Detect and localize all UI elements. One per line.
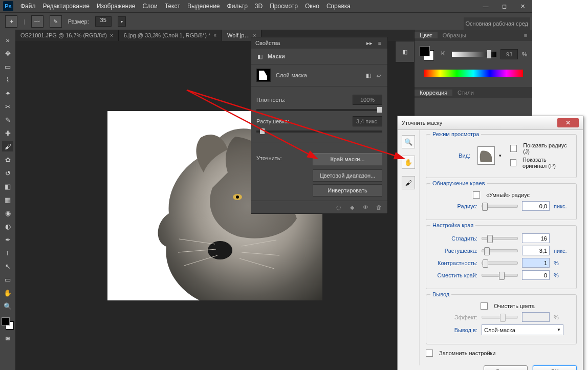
foreground-background-swatch[interactable]	[2, 317, 14, 330]
tab-color[interactable]: Цвет	[415, 32, 438, 38]
feather-slider[interactable]	[256, 130, 382, 133]
smooth-slider[interactable]	[482, 237, 518, 240]
size-dropdown-icon[interactable]: ▾	[118, 16, 126, 27]
close-icon[interactable]: ×	[213, 33, 216, 38]
menu-view[interactable]: Просмотр	[270, 3, 298, 10]
brush-tool-icon[interactable]: 🖌	[2, 141, 13, 151]
shift-input[interactable]	[522, 270, 550, 280]
window-close-icon[interactable]: ✕	[516, 2, 529, 10]
menu-text[interactable]: Текст	[165, 3, 180, 10]
path-tool-icon[interactable]: ↖	[2, 261, 13, 271]
shift-slider[interactable]	[482, 274, 518, 277]
invert-button[interactable]: Инвертировать	[313, 184, 382, 197]
zoom-tool-icon[interactable]: 🔍	[402, 135, 415, 148]
window-restore-icon[interactable]: ◻	[497, 2, 511, 10]
hand-tool-icon[interactable]: ✋	[402, 156, 415, 169]
feather-value[interactable]: 3,4 пикс.	[353, 116, 382, 126]
brush-preview-icon[interactable]: 〰	[31, 15, 43, 28]
mask-mode-icon[interactable]: ◧	[256, 53, 264, 60]
hand-tool-icon[interactable]: ✋	[2, 288, 13, 298]
healing-tool-icon[interactable]: ✚	[2, 128, 13, 138]
density-value[interactable]: 100%	[353, 95, 382, 105]
menu-edit[interactable]: Редактирование	[43, 3, 90, 10]
k-value[interactable]: 93	[500, 49, 518, 59]
dodge-tool-icon[interactable]: ◐	[2, 221, 13, 231]
load-selection-icon[interactable]: ◌	[335, 204, 342, 211]
output-combo[interactable]: Слой-маска▼	[482, 324, 563, 335]
view-thumbnail[interactable]	[477, 146, 495, 165]
view-label: Вид:	[431, 153, 470, 159]
brush-panel-icon[interactable]: ✎	[50, 15, 62, 28]
menu-select[interactable]: Выделение	[187, 3, 220, 10]
lasso-tool-icon[interactable]: ⌇	[2, 75, 13, 85]
contrast-input[interactable]	[522, 258, 550, 268]
tab-styles[interactable]: Стили	[452, 90, 479, 96]
menu-image[interactable]: Изображение	[97, 3, 136, 10]
type-tool-icon[interactable]: T	[2, 248, 13, 258]
radius-input[interactable]	[522, 201, 550, 211]
stamp-tool-icon[interactable]: ✿	[2, 155, 13, 165]
size-input[interactable]: 35	[95, 16, 112, 27]
density-slider[interactable]	[256, 109, 382, 111]
quickmask-icon[interactable]: ◙	[2, 333, 13, 343]
remember-checkbox[interactable]	[426, 350, 433, 357]
hue-ramp[interactable]	[424, 70, 523, 77]
tool-preset-icon[interactable]: ✦	[5, 15, 17, 28]
refine-brush-icon[interactable]: 🖌	[402, 176, 415, 189]
show-original-checkbox[interactable]	[510, 159, 516, 166]
workspace-label[interactable]: Основная рабочая сред	[464, 17, 530, 30]
cancel-button[interactable]: Отмена	[484, 365, 528, 370]
left-toolbar: » ✥ ▭ ⌇ ✦ ✂ ✎ ✚ 🖌 ✿ ↺ ◧ ▦ ◉ ◐ ✒ T ↖ ▭ ✋ …	[0, 30, 15, 370]
blur-tool-icon[interactable]: ◉	[2, 208, 13, 218]
pixel-mask-icon[interactable]: ◧	[365, 72, 372, 79]
marquee-tool-icon[interactable]: ▭	[2, 61, 13, 72]
vector-mask-icon[interactable]: ▱	[375, 72, 382, 79]
dlg-feather-input[interactable]	[522, 246, 550, 255]
k-slider[interactable]	[452, 52, 496, 57]
quickselect-tool-icon[interactable]: ✦	[2, 88, 13, 98]
doc-tab-1[interactable]: OS21001.JPG @ 16,7% (RGB/8#)×	[15, 30, 119, 41]
panel-menu-icon[interactable]: ≡	[517, 32, 532, 39]
tab-adjustments[interactable]: Коррекция	[415, 90, 452, 96]
eyedropper-tool-icon[interactable]: ✎	[2, 115, 13, 125]
panel-menu-icon[interactable]: ≡	[376, 39, 383, 47]
smart-radius-checkbox[interactable]	[473, 191, 480, 199]
mask-edge-button[interactable]: Край маски...	[313, 153, 382, 165]
doc-tab-2[interactable]: 6.jpg @ 33,3% (Слой 1, RGB/8*) *×	[119, 30, 222, 41]
dlg-feather-slider[interactable]	[482, 249, 518, 252]
crop-tool-icon[interactable]: ✂	[2, 101, 13, 112]
radius-slider[interactable]	[482, 205, 518, 208]
shift-unit: %	[554, 272, 571, 278]
color-range-button[interactable]: Цветовой диапазон...	[313, 169, 382, 182]
expand-icon[interactable]: »	[2, 35, 13, 45]
apply-mask-icon[interactable]: ◆	[349, 204, 356, 211]
toggle-mask-icon[interactable]: 👁	[362, 204, 369, 211]
collapse-icon[interactable]: ▸▸	[366, 39, 373, 47]
history-brush-icon[interactable]: ↺	[2, 168, 13, 178]
decon-checkbox[interactable]	[481, 302, 488, 310]
menu-layers[interactable]: Слои	[143, 3, 158, 10]
menu-window[interactable]: Окно	[305, 3, 319, 10]
zoom-tool-icon[interactable]: 🔍	[2, 301, 13, 311]
pen-tool-icon[interactable]: ✒	[2, 234, 13, 245]
collapsed-panel-icon[interactable]: ◧	[395, 41, 415, 62]
shape-tool-icon[interactable]: ▭	[2, 274, 13, 285]
dialog-close-button[interactable]: ✕	[557, 118, 579, 127]
menu-3d[interactable]: 3D	[255, 3, 263, 10]
contrast-slider[interactable]	[482, 262, 518, 265]
close-icon[interactable]: ×	[110, 33, 113, 38]
tab-swatches[interactable]: Образцы	[438, 32, 471, 38]
eraser-tool-icon[interactable]: ◧	[2, 181, 13, 191]
menu-file[interactable]: Файл	[20, 3, 36, 10]
color-swatch[interactable]	[420, 46, 434, 60]
delete-mask-icon[interactable]: 🗑	[375, 204, 382, 211]
move-tool-icon[interactable]: ✥	[2, 48, 13, 58]
menu-filter[interactable]: Фильтр	[227, 3, 248, 10]
ok-button[interactable]: OK	[533, 365, 577, 370]
mask-thumbnail[interactable]	[256, 69, 271, 82]
show-radius-checkbox[interactable]	[510, 145, 517, 152]
smooth-input[interactable]	[522, 233, 550, 243]
menu-help[interactable]: Справка	[326, 3, 351, 10]
gradient-tool-icon[interactable]: ▦	[2, 194, 13, 205]
window-minimize-icon[interactable]: —	[479, 2, 492, 10]
